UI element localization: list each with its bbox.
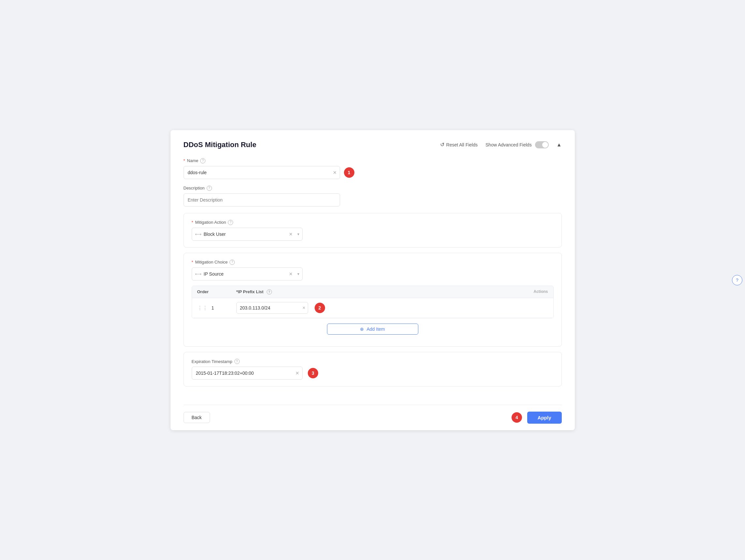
mitigation-choice-label: * Mitigation Choice ? [192,260,554,265]
mitigation-choice-select-wrapper: ⟷ IP Source IP Destination Port ✕ ▾ [192,268,302,280]
drag-handle-icon[interactable]: ⋮⋮ [197,305,208,311]
mitigation-choice-select-icon: ⟷ [195,271,201,277]
mitigation-choice-card: * Mitigation Choice ? ⟷ IP Source IP Des… [184,253,562,347]
page-title: DDoS Mitigation Rule [184,141,257,149]
description-input-wrapper [184,193,340,207]
mitigation-action-caret-icon: ▾ [297,232,299,237]
ip-prefix-input[interactable] [236,302,308,314]
reset-all-button[interactable]: ↺ Reset All Fields [440,142,478,148]
footer-right: 4 Apply [508,412,562,424]
step-badge-2: 2 [315,303,325,313]
name-section: * Name ? ✕ 1 [184,158,562,179]
name-input[interactable] [184,166,340,179]
ip-clear-icon[interactable]: ✕ [302,306,305,310]
mitigation-action-select-icon: ⟷ [195,231,201,237]
description-input[interactable] [184,193,340,207]
name-help-icon[interactable]: ? [200,158,205,163]
step-badge-1: 1 [344,167,354,178]
footer-bar: Back 4 Apply [184,405,562,430]
col-actions: Actions [509,289,548,295]
mitigation-action-select-wrapper: ⟷ Block User Rate Limit Drop ✕ ▾ [192,228,302,241]
expiration-help-icon[interactable]: ? [234,359,240,364]
expiration-label: Expiration Timestamp ? [192,359,554,364]
row-order-value: 1 [212,305,214,311]
mitigation-choice-help-icon[interactable]: ? [230,260,235,265]
advanced-toggle-switch[interactable] [535,141,549,148]
expiration-clear-icon[interactable]: ✕ [295,371,299,376]
page-header: DDoS Mitigation Rule ↺ Reset All Fields … [184,141,562,149]
name-label: * Name ? [184,158,562,163]
add-item-plus-icon: ⊕ [360,326,364,332]
name-input-wrapper: ✕ [184,166,340,179]
apply-button[interactable]: Apply [527,412,562,424]
header-actions: ↺ Reset All Fields Show Advanced Fields … [440,141,562,148]
expiration-input[interactable] [192,367,302,380]
col-order: Order [197,289,236,295]
add-item-button[interactable]: ⊕ Add Item [327,323,418,335]
ip-table-header: Order *IP Prefix List ? Actions [192,286,553,299]
mitigation-action-label: * Mitigation Action ? [192,220,554,225]
col-prefix: *IP Prefix List ? [236,289,509,295]
name-row: ✕ 1 [184,166,562,179]
mitigation-action-select[interactable]: Block User Rate Limit Drop [192,228,302,241]
mitigation-action-card: * Mitigation Action ? ⟷ Block User Rate … [184,213,562,248]
mitigation-action-help-icon[interactable]: ? [228,220,233,225]
table-row: ⋮⋮ 1 ✕ 2 [192,298,553,318]
step-badge-3: 3 [308,368,318,378]
description-help-icon[interactable]: ? [207,186,212,191]
ip-input-wrapper: ✕ 2 [236,302,509,314]
expiration-section: Expiration Timestamp ? ✕ 3 [184,352,562,386]
side-help-icon[interactable]: ? [732,275,742,285]
ip-prefix-table: Order *IP Prefix List ? Actions ⋮⋮ 1 [192,286,554,319]
mitigation-action-clear-icon[interactable]: ✕ [289,231,293,237]
mitigation-choice-clear-icon[interactable]: ✕ [289,271,293,277]
collapse-icon[interactable]: ▲ [556,142,562,148]
description-label: Description ? [184,186,562,191]
mitigation-choice-caret-icon: ▾ [297,272,299,276]
advanced-fields-toggle: Show Advanced Fields [485,141,549,148]
mitigation-choice-select[interactable]: IP Source IP Destination Port [192,268,302,280]
page-container: DDoS Mitigation Rule ↺ Reset All Fields … [170,130,575,430]
description-section: Description ? [184,186,562,207]
expiration-input-wrapper: ✕ [192,367,302,380]
ip-prefix-help-icon[interactable]: ? [267,289,272,294]
ip-input-container: ✕ [236,302,308,314]
step-badge-4: 4 [512,412,522,423]
back-button[interactable]: Back [184,412,210,423]
reset-icon: ↺ [440,142,444,148]
order-cell: ⋮⋮ 1 [197,305,236,311]
ip-table-body: ⋮⋮ 1 ✕ 2 [192,298,553,318]
name-clear-icon[interactable]: ✕ [333,170,337,175]
